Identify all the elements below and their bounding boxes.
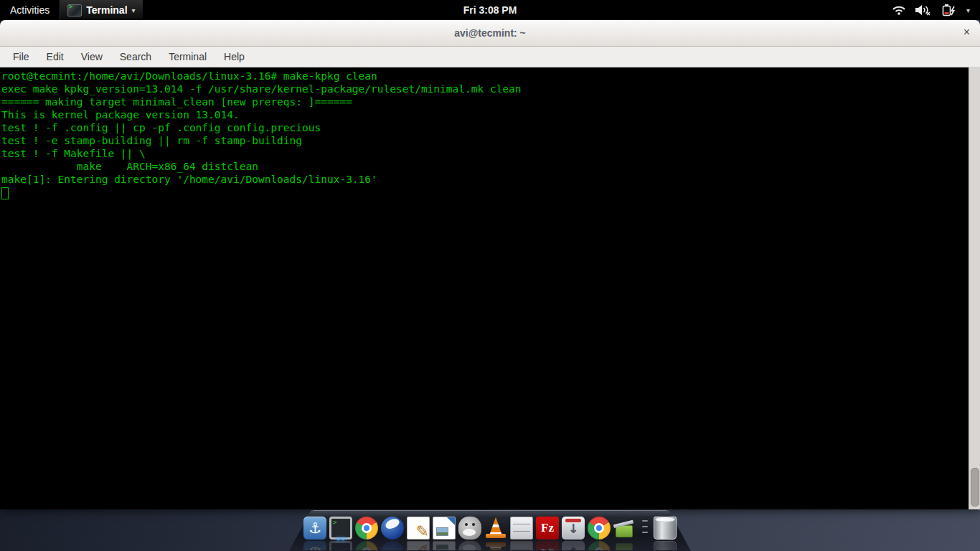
chevron-down-icon: ▾ (132, 6, 136, 14)
download-press-icon (562, 517, 585, 540)
dock-item-trash-glass[interactable] (653, 517, 677, 550)
blue-globe-icon (381, 541, 404, 550)
dock-icon-reflection (458, 541, 481, 550)
terminal-line: test ! -e stamp-building || rm -f stamp-… (1, 134, 969, 147)
dock-item-terminal[interactable] (329, 517, 353, 550)
dock-separator (639, 514, 651, 539)
terminal-line: exec make kpkg_version=13.014 -f /usr/sh… (1, 83, 969, 95)
status-area[interactable]: ▾ (887, 0, 974, 20)
activities-button[interactable]: Activities (0, 0, 60, 20)
menu-item-search[interactable]: Search (111, 47, 160, 67)
scrollbar-thumb[interactable] (971, 468, 979, 507)
dock-item-chromium[interactable] (587, 517, 611, 550)
app-menu[interactable]: Terminal ▾ (60, 0, 142, 20)
terminal-line: make[1]: Entering directory '/home/avi/D… (1, 173, 969, 186)
filezilla-icon: Fz (536, 541, 559, 550)
filezilla-icon: Fz (536, 517, 559, 540)
dock-icon-reflection (654, 541, 677, 550)
scrollbar[interactable] (969, 67, 980, 509)
dock-items: FzFz (303, 514, 677, 550)
notepad-pencil-icon (407, 517, 430, 540)
terminal-lines: root@tecmint:/home/avi/Downloads/linux-3… (0, 67, 980, 186)
clock[interactable]: Fri 3:08 PM (463, 0, 517, 20)
dock-icon-reflection (329, 541, 352, 550)
anchor-icon (303, 541, 326, 550)
terminal-window-icon (329, 517, 352, 540)
terminal-line: ====== making target minimal_clean [new … (1, 95, 969, 108)
chrome-icon (355, 541, 378, 550)
dock-icon-reflection (381, 541, 404, 550)
dock-item-gedit[interactable] (406, 517, 430, 550)
menu-item-terminal[interactable]: Terminal (160, 47, 215, 67)
window-title: avi@tecmint: ~ (0, 20, 980, 46)
app-menu-label: Terminal (86, 4, 127, 16)
menu-item-view[interactable]: View (72, 47, 111, 67)
dock-icon-reflection (588, 541, 611, 550)
calliper-icon (613, 541, 636, 550)
gimp-wilber-icon (458, 541, 481, 550)
chrome-icon (355, 517, 378, 540)
cabinet-icon (510, 541, 533, 550)
dock-item-libreoffice-document[interactable] (432, 517, 456, 550)
cabinet-icon (510, 517, 533, 540)
dock-icon-reflection (433, 541, 456, 550)
dock-icon-reflection: Fz (536, 541, 559, 550)
wifi-icon (892, 4, 906, 16)
dock-icon-reflection (510, 541, 533, 550)
chrome-icon (588, 541, 611, 550)
volume-muted-icon (915, 4, 932, 16)
dock-item-iceweasel-browser[interactable] (380, 517, 405, 550)
traffic-cone-icon (484, 517, 507, 540)
top-bar: Activities Terminal ▾ Fri 3:08 PM (0, 0, 980, 20)
beaker-icon (654, 517, 677, 540)
terminal-line: test ! -f Makefile || \ (1, 147, 969, 160)
terminal-window-icon (329, 541, 352, 550)
dock-icon-reflection (303, 541, 326, 550)
dock-item-vlc[interactable] (484, 517, 508, 550)
title-bar[interactable]: avi@tecmint: ~ × (0, 20, 980, 47)
close-button[interactable]: × (963, 20, 970, 44)
dock-item-filezilla[interactable]: FzFz (535, 517, 560, 550)
dock-icon-reflection (484, 541, 507, 550)
dock-item-docky-anchor[interactable] (303, 517, 327, 550)
dock-item-file-cabinet[interactable] (509, 517, 534, 550)
terminal-cursor (1, 187, 9, 199)
dock-icon-reflection (613, 541, 636, 550)
chrome-icon (588, 517, 611, 540)
traffic-cone-icon (484, 541, 507, 550)
terminal-output[interactable]: root@tecmint:/home/avi/Downloads/linux-3… (0, 67, 980, 509)
chevron-down-icon: ▾ (966, 6, 970, 14)
document-icon (433, 541, 456, 550)
calliper-icon (613, 517, 636, 540)
beaker-icon (654, 541, 677, 550)
anchor-icon (303, 517, 326, 540)
terminal-line: This is kernel package version 13.014. (1, 108, 969, 121)
dock-item-gimp[interactable] (458, 517, 482, 550)
dock-item-transmission[interactable] (561, 517, 585, 550)
download-press-icon (562, 541, 585, 550)
menu-bar: FileEditViewSearchTerminalHelp (0, 47, 980, 67)
menu-item-file[interactable]: File (4, 47, 38, 67)
dock-item-measuring-tool[interactable] (613, 517, 637, 550)
dock-icon-reflection (562, 541, 585, 550)
running-indicator (337, 538, 344, 540)
blue-globe-icon (381, 517, 404, 540)
terminal-window: avi@tecmint: ~ × FileEditViewSearchTermi… (0, 20, 980, 509)
terminal-line: root@tecmint:/home/avi/Downloads/linux-3… (1, 70, 969, 83)
battery-charging-icon (941, 4, 958, 17)
notepad-pencil-icon (407, 541, 430, 550)
dock-item-google-chrome[interactable] (354, 517, 379, 550)
terminal-line: test ! -f .config || cp -pf .config conf… (1, 121, 969, 134)
menu-item-help[interactable]: Help (215, 47, 253, 67)
terminal-app-icon (67, 4, 82, 17)
dock-icon-reflection (355, 541, 378, 550)
document-icon (433, 517, 456, 540)
terminal-line: make ARCH=x86_64 distclean (1, 160, 969, 173)
dock-icon-reflection (407, 541, 430, 550)
desktop: Activities Terminal ▾ Fri 3:08 PM (0, 0, 980, 551)
dock: FzFz (289, 510, 691, 551)
menu-item-edit[interactable]: Edit (38, 47, 72, 67)
gimp-wilber-icon (458, 517, 481, 540)
